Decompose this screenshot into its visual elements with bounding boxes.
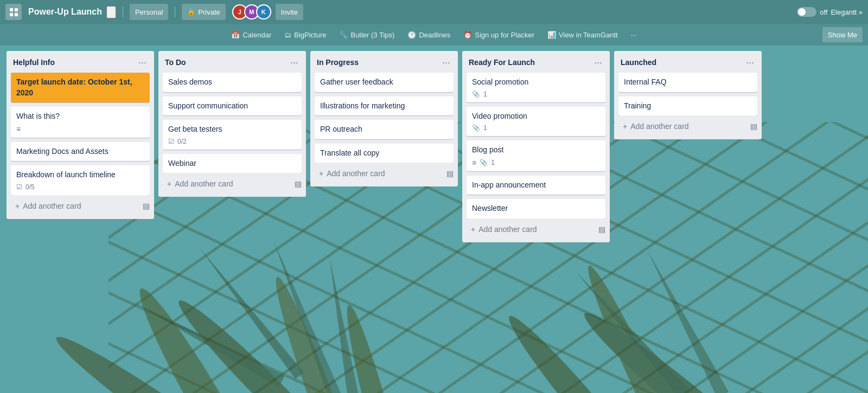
column-ready-for-launch-header: Ready For Launch ···: [462, 51, 610, 73]
column-launched: Launched ··· Internal FAQ Training + Add…: [614, 51, 762, 139]
checklist-icon: [16, 183, 22, 191]
template-icon-launched: ▤: [750, 122, 757, 131]
card-from-template-helpful-info[interactable]: ▤: [141, 199, 152, 212]
column-in-progress-menu[interactable]: ···: [439, 56, 454, 68]
column-to-do-header: To Do ···: [158, 51, 306, 73]
card-social-promotion-title: Social promotion: [472, 77, 600, 88]
column-ready-for-launch-cards: Social promotion 1 Video promotion 1 Blo…: [462, 73, 610, 218]
add-card-launched-label: Add another card: [630, 122, 688, 131]
card-target-launch[interactable]: Target launch date: October 1st, 2020: [11, 73, 150, 102]
nav-calendar-button[interactable]: 📅 Calendar: [226, 27, 277, 42]
checklist-value-beta: 0/2: [177, 138, 187, 145]
card-in-app-announcement[interactable]: In-app announcement: [467, 176, 605, 195]
personal-button[interactable]: Personal: [130, 4, 168, 20]
invite-button[interactable]: Invite: [276, 4, 303, 20]
star-button[interactable]: ☆: [106, 6, 116, 18]
card-in-app-announcement-title: In-app announcement: [472, 180, 600, 191]
card-from-template-ready-for-launch[interactable]: ▤: [596, 223, 608, 236]
add-card-ready-for-launch-button[interactable]: + Add another card: [464, 221, 596, 238]
card-marketing-docs-title: Marketing Docs and Assets: [16, 146, 144, 157]
avatar-group: J M K: [232, 4, 271, 20]
column-to-do-footer: + Add another card ▤: [158, 173, 306, 197]
card-gather-feedback[interactable]: Gather user feedback: [315, 73, 454, 92]
column-in-progress-title: In Progress: [317, 58, 359, 67]
card-pr-outreach[interactable]: PR outreach: [315, 120, 454, 139]
card-from-template-to-do[interactable]: ▤: [292, 177, 304, 190]
card-internal-faq[interactable]: Internal FAQ: [618, 73, 757, 92]
card-sales-demos[interactable]: Sales demos: [163, 73, 302, 92]
card-from-template-launched[interactable]: ▤: [748, 120, 760, 133]
deadlines-icon: 🕐: [407, 31, 416, 39]
nav-bigpicture-button[interactable]: 🗂 BigPicture: [279, 27, 331, 42]
column-helpful-info-title: Helpful Info: [13, 58, 55, 67]
column-launched-menu[interactable]: ···: [743, 56, 757, 68]
bigpicture-label: BigPicture: [294, 31, 326, 39]
bigpicture-icon: 🗂: [284, 31, 291, 39]
nav-teamgantt-button[interactable]: 📊 View in TeamGantt: [542, 27, 623, 42]
deadlines-label: Deadlines: [419, 31, 450, 39]
card-illustrations-title: Illustrations for marketing: [320, 101, 448, 112]
column-to-do-menu[interactable]: ···: [287, 56, 302, 68]
card-newsletter[interactable]: Newsletter: [467, 199, 605, 218]
column-helpful-info-header: Helpful Info ···: [7, 51, 154, 73]
add-card-launched-button[interactable]: + Add another card: [616, 118, 748, 135]
paperclip-value-blog: 1: [491, 159, 495, 166]
column-ready-for-launch-menu[interactable]: ···: [591, 56, 605, 68]
card-target-launch-title: Target launch date: October 1st, 2020: [16, 77, 144, 98]
card-translate-copy[interactable]: Translate all copy: [315, 144, 454, 163]
card-webinar[interactable]: Webinar: [163, 154, 302, 173]
paperclip-icon-social: [472, 91, 480, 98]
card-training[interactable]: Training: [618, 96, 757, 116]
card-social-promotion-meta: 1: [472, 91, 600, 98]
card-video-promotion-meta: 1: [472, 124, 600, 132]
placker-icon: ⏰: [463, 31, 472, 39]
card-illustrations[interactable]: Illustrations for marketing: [315, 96, 454, 116]
nav-butler-button[interactable]: 🔧 Butler (3 Tips): [334, 27, 400, 42]
card-blog-post[interactable]: Blog post 1: [467, 140, 605, 171]
card-social-promotion[interactable]: Social promotion 1: [467, 73, 605, 102]
card-support-communication-title: Support communication: [168, 101, 296, 112]
template-icon: ▤: [143, 202, 150, 210]
desc-icon-blog: [472, 158, 476, 167]
card-from-template-in-progress[interactable]: ▤: [444, 167, 456, 180]
column-helpful-info-footer: + Add another card ▤: [7, 195, 154, 219]
calendar-icon: 📅: [231, 31, 240, 39]
card-marketing-docs[interactable]: Marketing Docs and Assets: [11, 142, 150, 162]
nav-deadlines-button[interactable]: 🕐 Deadlines: [402, 27, 456, 42]
app-logo-button[interactable]: [5, 4, 22, 20]
private-button[interactable]: 🔒 Private: [182, 4, 225, 20]
column-launched-cards: Internal FAQ Training: [614, 73, 762, 115]
column-launched-header: Launched ···: [614, 51, 762, 73]
card-breakdown-timeline[interactable]: Breakdown of launch timeline 0/5: [11, 165, 150, 195]
card-what-is-this[interactable]: What is this?: [11, 107, 150, 138]
elegantt-toggle[interactable]: [797, 7, 816, 17]
show-me-button[interactable]: Show Me: [822, 27, 863, 42]
column-helpful-info-cards: Target launch date: October 1st, 2020 Wh…: [7, 73, 154, 195]
column-launched-title: Launched: [621, 58, 656, 67]
nav-more-button[interactable]: ···: [626, 27, 642, 42]
add-card-to-do-button[interactable]: + Add another card: [161, 175, 292, 192]
elegantt-button[interactable]: Elegantt »: [831, 8, 863, 16]
invite-label: Invite: [281, 8, 298, 16]
card-support-communication[interactable]: Support communication: [163, 96, 302, 116]
personal-label: Personal: [135, 8, 163, 16]
card-training-title: Training: [624, 101, 752, 112]
card-get-beta-testers[interactable]: Get beta testers 0/2: [163, 120, 302, 150]
card-video-promotion[interactable]: Video promotion 1: [467, 107, 605, 137]
card-gather-feedback-title: Gather user feedback: [320, 77, 448, 88]
add-card-in-progress-label: Add another card: [327, 169, 385, 178]
card-webinar-title: Webinar: [168, 158, 296, 169]
add-card-in-progress-button[interactable]: + Add another card: [312, 165, 444, 182]
butler-label: Butler (3 Tips): [350, 31, 394, 39]
add-card-helpful-info-button[interactable]: + Add another card: [9, 197, 141, 215]
column-helpful-info-menu[interactable]: ···: [135, 56, 150, 68]
desc-icon: [16, 125, 21, 133]
avatar-3[interactable]: K: [256, 4, 271, 20]
column-in-progress-footer: + Add another card ▤: [310, 163, 458, 186]
column-in-progress: In Progress ··· Gather user feedback Ill…: [310, 51, 458, 186]
checklist-icon-beta: [168, 138, 174, 145]
template-icon-rfl: ▤: [598, 225, 605, 234]
column-launched-footer: + Add another card ▤: [614, 115, 762, 139]
paperclip-icon-blog: [480, 159, 488, 166]
nav-placker-button[interactable]: ⏰ Sign up for Placker: [458, 27, 540, 42]
